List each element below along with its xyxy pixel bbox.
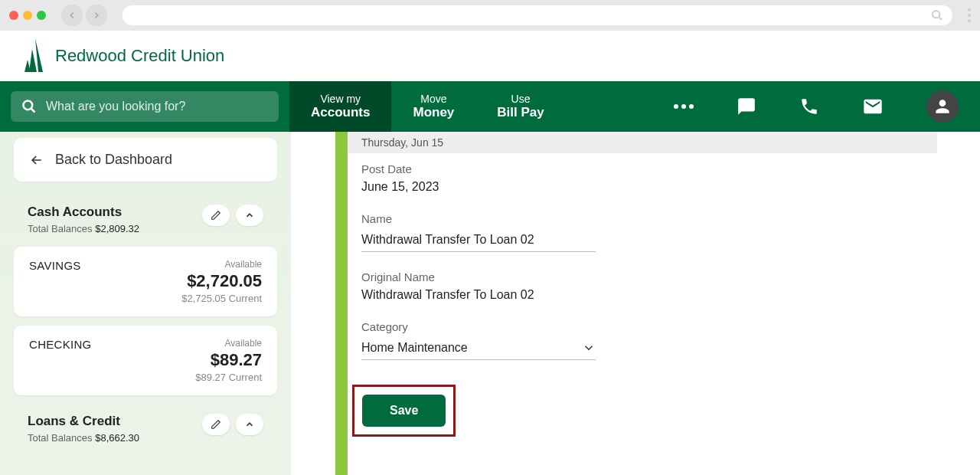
logo-bar: Redwood Credit Union [0, 31, 980, 81]
tab-move-money[interactable]: Move Money [391, 81, 475, 132]
tab-accounts[interactable]: View my Accounts [289, 81, 391, 132]
phone-icon[interactable] [799, 97, 819, 116]
browser-menu-icon[interactable] [968, 8, 971, 22]
browser-back-button[interactable] [61, 5, 83, 26]
mail-icon[interactable] [862, 96, 884, 117]
browser-forward-button[interactable] [86, 5, 107, 26]
tab-top: Move [420, 93, 446, 105]
date-header: Thursday, Jun 15 [348, 132, 937, 153]
back-label: Back to Dashboard [55, 152, 172, 168]
available-amount: $2,720.05 [181, 271, 262, 291]
section-title: Loans & Credit [28, 414, 139, 429]
original-name-label: Original Name [361, 270, 980, 283]
field-post-date: Post Date June 15, 2023 [361, 162, 980, 194]
tab-bottom: Accounts [311, 105, 370, 120]
account-name: CHECKING [29, 338, 92, 383]
chevron-down-icon [582, 341, 596, 355]
logo-mark-icon [23, 38, 47, 74]
browser-chrome [0, 0, 980, 31]
tab-top: View my [320, 93, 361, 105]
tab-top: Use [511, 93, 531, 105]
close-window-icon[interactable] [9, 11, 18, 20]
chevron-up-icon [244, 210, 255, 221]
section-sub: Total Balances $8,662.30 [28, 432, 139, 444]
post-date-label: Post Date [361, 162, 980, 175]
available-amount: $89.27 [195, 350, 262, 370]
current-amount: $89.27 Current [195, 372, 262, 383]
main: Back to Dashboard Cash Accounts Total Ba… [0, 132, 980, 475]
original-name-value: Withdrawal Transfer To Loan 02 [361, 288, 980, 302]
accent-bar [335, 132, 348, 475]
logo[interactable]: Redwood Credit Union [23, 38, 224, 74]
nav-bar: View my Accounts Move Money Use Bill Pay [0, 81, 980, 132]
post-date-value: June 15, 2023 [361, 180, 980, 194]
sidebar: Back to Dashboard Cash Accounts Total Ba… [0, 132, 291, 475]
chevron-up-icon [244, 419, 255, 430]
field-name: Name [361, 212, 980, 252]
minimize-window-icon[interactable] [23, 11, 32, 20]
svg-point-1 [24, 101, 33, 110]
search-box[interactable] [11, 91, 279, 122]
maximize-window-icon[interactable] [37, 11, 46, 20]
back-to-dashboard-button[interactable]: Back to Dashboard [14, 138, 277, 182]
content: Thursday, Jun 15 Post Date June 15, 2023… [291, 132, 980, 475]
arrow-left-icon [29, 152, 44, 168]
browser-nav-arrows [61, 5, 107, 26]
url-bar[interactable] [122, 5, 952, 25]
section-sub: Total Balances $2,809.32 [28, 223, 139, 234]
search-input[interactable] [46, 100, 268, 113]
profile-button[interactable] [926, 90, 959, 123]
name-input[interactable] [361, 230, 596, 252]
nav-tabs: View my Accounts Move Money Use Bill Pay [289, 81, 566, 132]
logo-text: Redwood Credit Union [55, 46, 224, 66]
collapse-button[interactable] [236, 414, 263, 435]
svg-point-0 [933, 11, 939, 18]
category-value: Home Maintenance [361, 341, 468, 355]
search-icon [21, 99, 37, 114]
tab-bottom: Money [413, 105, 454, 120]
category-label: Category [361, 320, 980, 333]
more-icon[interactable] [674, 104, 694, 109]
name-label: Name [361, 212, 980, 225]
current-amount: $2,725.05 Current [181, 293, 262, 304]
section-header-loans: Loans & Credit Total Balances $8,662.30 [14, 414, 277, 444]
chat-icon[interactable] [737, 97, 756, 116]
nav-icons [674, 81, 980, 132]
tab-bill-pay[interactable]: Use Bill Pay [475, 81, 565, 132]
available-label: Available [195, 338, 262, 349]
avatar-icon [926, 90, 959, 123]
collapse-button[interactable] [236, 205, 263, 226]
pencil-icon [211, 210, 221, 221]
category-select[interactable]: Home Maintenance [361, 338, 596, 360]
available-label: Available [181, 259, 262, 270]
edit-button[interactable] [202, 205, 230, 226]
tab-bottom: Bill Pay [497, 105, 544, 120]
section-title: Cash Accounts [28, 205, 139, 220]
section-header-cash: Cash Accounts Total Balances $2,809.32 [14, 205, 277, 234]
search-icon [931, 9, 943, 21]
edit-button[interactable] [202, 414, 230, 435]
account-card-checking[interactable]: CHECKING Available $89.27 $89.27 Current [14, 326, 277, 395]
pencil-icon [211, 419, 221, 430]
field-category: Category Home Maintenance [361, 320, 980, 360]
field-original-name: Original Name Withdrawal Transfer To Loa… [361, 270, 980, 302]
save-highlight: Save [352, 385, 456, 437]
traffic-lights [9, 11, 46, 20]
save-button[interactable]: Save [362, 395, 446, 427]
account-card-savings[interactable]: SAVINGS Available $2,720.05 $2,725.05 Cu… [14, 247, 277, 316]
account-name: SAVINGS [29, 259, 81, 304]
